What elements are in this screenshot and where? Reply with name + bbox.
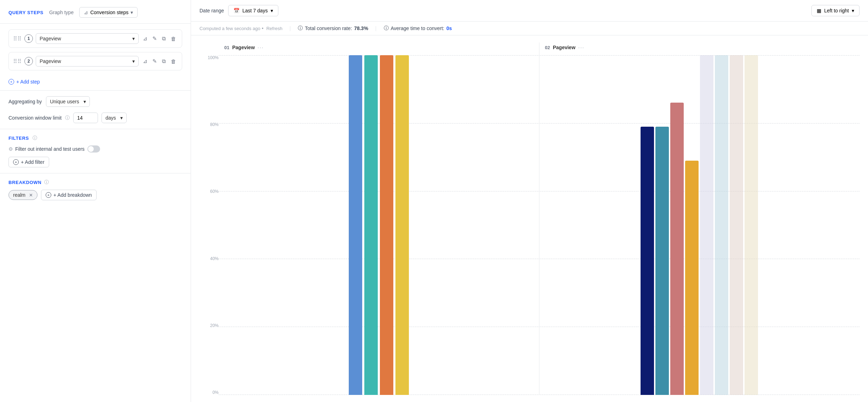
date-range-label: Date range [199,8,224,13]
chart-header: Date range 📅 Last 7 days ▾ ▦ Left to rig… [191,0,868,22]
step-select-1[interactable]: Pageview ▾ [36,33,139,44]
filters-info-icon[interactable]: ⓘ [33,135,37,141]
chevron-down-icon: ▾ [852,8,854,13]
step-2-copy-btn[interactable]: ⧉ [161,57,167,66]
step-number-1: 1 [24,34,33,43]
breakdown-row: realm ✕ + + Add breakdown [8,190,182,200]
chevron-down-icon: ▾ [132,58,135,64]
breakdown-tag-remove[interactable]: ✕ [28,193,33,198]
avg-time-value: 0s [446,25,452,31]
add-step-button[interactable]: + + Add step [0,76,191,90]
step-2-bars [539,55,860,395]
y-tick-60: 60% [199,189,219,194]
refresh-link[interactable]: Refresh [266,26,283,31]
add-filter-button[interactable]: + + Add filter [8,157,49,167]
date-range-row: Date range 📅 Last 7 days ▾ [199,5,278,16]
step-1-num: 01 [224,45,229,50]
columns-wrapper: 01 Pageview ··· [219,42,860,395]
bar-s2-ghost-1 [700,55,713,395]
step-2-label: Pageview [553,45,575,50]
step-2-num: 02 [545,45,550,50]
bar-s1-2[interactable] [364,55,378,395]
drag-handle-1[interactable]: ⠿⠿ [13,35,22,42]
step-1-bars [219,55,539,395]
filters-section: FILTERS ⓘ ⚙ Filter out internal and test… [0,129,191,173]
chart-area: 100% 80% 60% 40% 20% 0% [191,35,868,402]
step-number-2: 2 [24,57,33,65]
drag-handle-2[interactable]: ⠿⠿ [13,58,22,65]
step-1-column: 01 Pageview ··· [219,42,539,395]
info-icon: ⓘ [298,25,303,31]
info-icon[interactable]: ⓘ [65,115,70,121]
conversion-window-row: Conversion window limit ⓘ days ▾ [8,113,182,123]
avg-time-stat: ⓘ Average time to convert: 0s [384,25,452,31]
total-conversion-value: 78.3% [354,25,368,31]
y-tick-100: 100% [199,55,219,60]
chart-stats: Computed a few seconds ago • Refresh | ⓘ… [191,22,868,35]
graph-type-button[interactable]: ⊿ Conversion steps ▾ [79,7,138,18]
y-tick-0: 0% [199,390,219,395]
step-2-delete-btn[interactable]: 🗑 [169,57,178,66]
computed-text: Computed a few seconds ago [199,26,260,31]
bar-s2-4[interactable] [685,161,699,395]
step-select-2[interactable]: Pageview ▾ [36,56,139,67]
step-1-copy-btn[interactable]: ⧉ [161,34,167,43]
left-panel: QUERY STEPS Graph type ⊿ Conversion step… [0,0,191,402]
bar-s2-ghost-2 [715,55,728,395]
aggregating-label: Aggregating by [8,99,42,104]
step-1-more[interactable]: ··· [257,45,264,50]
step-2-header: 02 Pageview ··· [539,42,860,55]
filters-label: FILTERS [8,136,29,141]
bar-s2-3[interactable] [670,103,684,395]
filter-toggle[interactable] [87,145,100,153]
window-unit-select[interactable]: days ▾ [102,113,127,123]
breakdown-tag-label: realm [13,192,25,198]
breakdown-section: BREAKDOWN ⓘ realm ✕ + + Add breakdown [0,173,191,206]
add-breakdown-button[interactable]: + + Add breakdown [41,190,97,200]
chevron-down-icon: ▾ [83,99,86,104]
bar-s1-3[interactable] [380,55,393,395]
step-1-delete-btn[interactable]: 🗑 [169,34,178,43]
step-1-label: Pageview [232,45,255,50]
query-steps-header: QUERY STEPS Graph type ⊿ Conversion step… [0,0,191,24]
filter-out-label: ⚙ Filter out internal and test users [8,146,85,152]
step-1-filter-btn[interactable]: ⊿ [141,34,149,43]
bar-s2-2[interactable] [655,127,669,395]
y-tick-20: 20% [199,323,219,328]
step-2-more[interactable]: ··· [578,45,585,50]
step-2-filter-btn[interactable]: ⊿ [141,57,149,66]
conversion-window-input[interactable] [73,113,98,123]
bar-s1-4[interactable] [395,55,409,395]
bar-s1-1[interactable] [349,55,362,395]
step-2-column: 02 Pageview ··· [539,42,860,395]
step-row-2: ⠿⠿ 2 Pageview ▾ ⊿ ✎ ⧉ 🗑 [8,52,182,70]
plus-circle-icon: + [46,192,51,198]
chevron-down-icon: ▾ [132,36,135,41]
aggregating-select[interactable]: Unique users ▾ [46,96,90,107]
step-1-edit-btn[interactable]: ✎ [151,34,158,43]
steps-list: ⠿⠿ 1 Pageview ▾ ⊿ ✎ ⧉ 🗑 ⠿⠿ 2 [0,24,191,76]
step-1-actions: ⊿ ✎ ⧉ 🗑 [141,34,178,43]
step-2-edit-btn[interactable]: ✎ [151,57,158,66]
calendar-icon: 📅 [233,8,239,13]
right-panel: Date range 📅 Last 7 days ▾ ▦ Left to rig… [191,0,868,402]
info-icon: ⓘ [384,25,389,31]
filter-toggle-row: ⚙ Filter out internal and test users [8,145,182,153]
direction-button[interactable]: ▦ Left to right ▾ [811,5,860,16]
date-range-button[interactable]: 📅 Last 7 days ▾ [228,5,278,16]
y-axis: 100% 80% 60% 40% 20% 0% [199,42,219,402]
query-steps-label: QUERY STEPS [8,10,44,15]
graph-type-value: Conversion steps [90,10,128,15]
chevron-down-icon: ▾ [131,10,133,15]
bar-s2-1[interactable] [641,127,654,395]
breakdown-info-icon[interactable]: ⓘ [44,179,49,185]
total-conversion-stat: ⓘ Total conversion rate: 78.3% [298,25,368,31]
breakdown-tag-realm: realm ✕ [8,190,37,200]
conversion-window-label: Conversion window limit [8,115,62,121]
gear-icon: ⚙ [8,146,13,152]
chevron-down-icon: ▾ [271,8,273,13]
graph-type-label: Graph type [49,10,74,15]
total-conversion-label: Total conversion rate: [305,25,352,31]
filters-header: FILTERS ⓘ [8,135,182,141]
bar-s2-ghost-4 [745,55,758,395]
